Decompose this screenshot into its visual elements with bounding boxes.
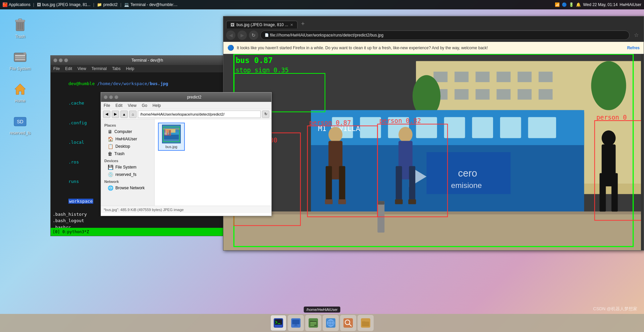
svg-rect-39 xyxy=(518,89,532,99)
taskbar-btn-display[interactable] xyxy=(288,315,304,331)
browser-window: 🖼 bus.jpg (JPEG Image, 810 ... ✕ + ◀ ▶ ↻… xyxy=(223,16,644,251)
svg-point-81 xyxy=(602,130,616,146)
svg-rect-30 xyxy=(454,72,469,82)
terminal-close-btn[interactable] xyxy=(53,58,57,62)
fm-home-btn[interactable]: ⌂ xyxy=(129,111,137,118)
taskbar-app-terminal[interactable]: 💻 Terminal - dev@humble:... xyxy=(124,2,177,7)
sidebar-item-desktop[interactable]: 📋 Desktop xyxy=(101,143,154,150)
svg-rect-36 xyxy=(454,89,469,99)
svg-rect-107 xyxy=(310,321,313,322)
fm-toolbar: ◀ ▶ ▲ ⌂ /home/HwHiAiUser/workspace/runs/… xyxy=(101,109,271,119)
reserved-fs-icon-desktop[interactable]: SD reserved_fs xyxy=(7,113,34,135)
tab-close-btn[interactable]: ✕ xyxy=(290,23,293,27)
taskbar-btn-search[interactable] xyxy=(340,315,356,331)
terminal-prompt-line: dev@humble /home/dev/workspace/bus.jpg xyxy=(53,74,226,93)
notification-refresh-btn[interactable]: Refres xyxy=(627,46,640,50)
svg-point-42 xyxy=(591,61,626,110)
desktop-icons: Trash File System Home SD r xyxy=(7,17,34,135)
svg-rect-78 xyxy=(409,166,415,201)
terminal-maximize-btn[interactable] xyxy=(64,58,68,62)
svg-rect-58 xyxy=(223,212,644,250)
svg-rect-7 xyxy=(15,55,25,56)
sidebar-item-hwhiaiuser[interactable]: 🏠 HwHiAiUser xyxy=(101,135,154,143)
username: HwHiAiUser xyxy=(620,2,641,7)
svg-rect-8 xyxy=(15,57,25,58)
svg-rect-109 xyxy=(310,324,316,324)
browser-tabbar: 🖼 bus.jpg (JPEG Image, 810 ... ✕ + xyxy=(223,16,644,28)
home-icon-desktop[interactable]: Home xyxy=(7,81,34,103)
svg-text:person 0.87: person 0.87 xyxy=(309,119,351,126)
svg-rect-84 xyxy=(611,173,618,212)
svg-rect-37 xyxy=(476,89,490,99)
svg-text:SD: SD xyxy=(17,119,23,124)
terminal-status-bar: [0] 0:python3*Z xyxy=(51,228,228,236)
svg-rect-104 xyxy=(293,326,298,326)
taskbar-left: 🍎 Applications | 🖼 bus.jpg (JPEG Image, … xyxy=(3,2,177,7)
fm-up-btn[interactable]: ▲ xyxy=(120,111,128,118)
svg-rect-77 xyxy=(396,166,402,201)
taskbar-btn-network[interactable] xyxy=(323,315,339,331)
svg-rect-61 xyxy=(377,201,384,204)
battery-icon: 🔋 xyxy=(569,2,574,7)
svg-rect-108 xyxy=(310,322,316,323)
svg-rect-103 xyxy=(294,324,297,326)
fm-back-btn[interactable]: ◀ xyxy=(103,111,110,118)
fm-file-busjpg[interactable]: bus.jpg xyxy=(158,123,185,151)
svg-rect-110 xyxy=(310,325,314,326)
svg-rect-73 xyxy=(325,199,333,204)
fm-file-thumb xyxy=(162,125,181,143)
svg-rect-51 xyxy=(500,117,521,138)
sidebar-item-computer[interactable]: 🖥 Computer xyxy=(101,128,154,135)
svg-rect-79 xyxy=(395,199,403,204)
taskbar-top: 🍎 Applications | 🖼 bus.jpg (JPEG Image, … xyxy=(0,0,644,9)
taskbar-btn-files[interactable] xyxy=(305,315,321,331)
bookmark-btn[interactable]: ☆ xyxy=(632,30,641,40)
fm-path-bar[interactable]: /home/HwHiAiUser/workspace/runs/detect/p… xyxy=(138,111,261,118)
browser-url-input[interactable]: 📄 file:///home/HwHiAiUser/workspace/runs… xyxy=(260,30,630,40)
svg-text:emisione: emisione xyxy=(451,181,482,190)
browser-forward-btn[interactable]: ▶ xyxy=(237,30,247,40)
fm-refresh-btn[interactable]: ↻ xyxy=(262,111,269,118)
filemanager-window: predict2 File Edit View Go Help ◀ ▶ ▲ ⌂ … xyxy=(101,92,272,216)
svg-marker-11 xyxy=(15,84,25,94)
fm-titlebar: predict2 xyxy=(101,92,271,102)
svg-rect-38 xyxy=(496,89,511,99)
svg-text:cero: cero xyxy=(458,168,477,179)
svg-text:person 0: person 0 xyxy=(596,114,627,121)
sidebar-item-reserved-fs[interactable]: 💿 reserved_fs xyxy=(101,171,154,178)
svg-rect-46 xyxy=(360,117,381,138)
fm-maximize-btn[interactable] xyxy=(114,95,118,99)
svg-rect-49 xyxy=(444,117,465,138)
fm-forward-btn[interactable]: ▶ xyxy=(112,111,119,118)
svg-rect-52 xyxy=(528,117,556,138)
svg-rect-40 xyxy=(539,89,553,99)
sidebar-item-trash[interactable]: 🗑 Trash xyxy=(101,150,154,157)
applications-menu[interactable]: 🍎 Applications xyxy=(3,2,31,7)
browser-refresh-btn[interactable]: ↻ xyxy=(249,30,258,40)
sidebar-item-filesystem[interactable]: 💾 File System xyxy=(101,163,154,171)
browser-urlbar: ◀ ▶ ↻ 📄 file:///home/HwHiAiUser/workspac… xyxy=(223,28,644,42)
svg-text:person 0.82: person 0.82 xyxy=(379,117,421,124)
browser-scrollbar[interactable] xyxy=(641,54,644,250)
fm-close-btn[interactable] xyxy=(104,95,108,99)
sidebar-item-browse-network[interactable]: 🌐 Browse Network xyxy=(101,184,154,192)
terminal-minimize-btn[interactable] xyxy=(59,58,63,62)
taskbar-btn-folder[interactable] xyxy=(358,315,374,331)
taskbar-app-predict[interactable]: 📁 predict2 xyxy=(97,2,118,7)
fm-main: bus.jpg xyxy=(155,119,271,206)
taskbar-btn-terminal[interactable] xyxy=(270,315,286,331)
browser-tab-active[interactable]: 🖼 bus.jpg (JPEG Image, 810 ... ✕ xyxy=(226,21,298,28)
trash-icon-desktop[interactable]: Trash xyxy=(7,17,34,39)
fm-sidebar: Places 🖥 Computer 🏠 HwHiAiUser 📋 Desktop… xyxy=(101,119,155,206)
browser-back-btn[interactable]: ◀ xyxy=(226,30,235,40)
detection-scene: cero emisione M1 SEVILLA xyxy=(223,54,644,250)
svg-rect-121 xyxy=(362,321,365,323)
new-tab-btn[interactable]: + xyxy=(298,19,308,28)
fm-minimize-btn[interactable] xyxy=(109,95,113,99)
terminal-menubar: File Edit View Terminal Tabs Help xyxy=(51,65,228,72)
filesystem-icon-desktop[interactable]: File System xyxy=(7,49,34,71)
svg-point-69 xyxy=(328,127,342,142)
svg-point-10 xyxy=(23,52,26,55)
volume-icon: 🔔 xyxy=(576,2,581,7)
taskbar-app-image[interactable]: 🖼 bus.jpg (JPEG Image, 81... xyxy=(37,2,91,7)
